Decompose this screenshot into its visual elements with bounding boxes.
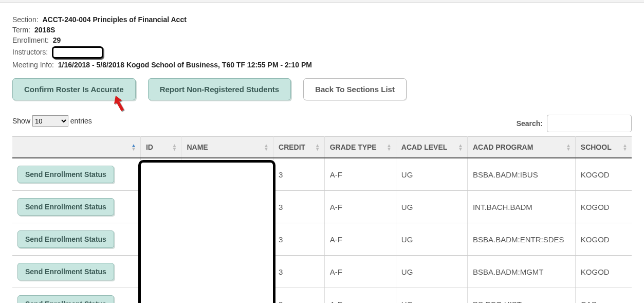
- cell-program: BSBA.BADM:MGMT: [467, 256, 575, 288]
- col-header-grade[interactable]: GRADE TYPE ▲▼: [324, 137, 396, 158]
- cell-grade: A-F: [324, 158, 396, 191]
- table-row: Send Enrollment Status3A-FUGBSBA.BADM:IB…: [12, 158, 632, 191]
- enrollment-line: Enrollment: 29: [12, 36, 632, 44]
- term-value: 2018S: [34, 26, 55, 34]
- send-enrollment-status-button[interactable]: Send Enrollment Status: [17, 198, 114, 216]
- cell-credit: 3: [273, 223, 325, 256]
- cell-school: KOGOD: [575, 223, 632, 256]
- enrollment-value: 29: [53, 36, 61, 44]
- col-header-name[interactable]: NAME ▲▼: [181, 137, 273, 158]
- search-input[interactable]: [547, 115, 632, 132]
- cell-school: KOGOD: [575, 158, 632, 191]
- col-header-school[interactable]: SCHOOL ▲▼: [575, 137, 632, 158]
- col-header-action[interactable]: ▲▼: [12, 137, 140, 158]
- cell-school: KOGOD: [575, 256, 632, 288]
- section-value: ACCT-240-004 Principles of Financial Acc…: [42, 15, 186, 24]
- term-line: Term: 2018S: [12, 26, 632, 34]
- instructors-line: Instructors:: [12, 46, 632, 59]
- term-label: Term:: [12, 26, 30, 34]
- cell-program: BSBA.BADM:ENTR:SDES: [467, 223, 575, 256]
- cell-grade: A-F: [324, 191, 396, 223]
- report-non-registered-button[interactable]: Report Non-Registered Students: [148, 78, 291, 100]
- cell-level: UG: [396, 223, 467, 256]
- back-to-sections-button[interactable]: Back To Sections List: [303, 78, 407, 100]
- cell-level: UG: [396, 256, 467, 288]
- cell-program: BS.ECO.HIST: [467, 288, 575, 304]
- cell-program: INT.BACH.BADM: [467, 191, 575, 223]
- table-row: Send Enrollment Status3A-FUGBSBA.BADM:MG…: [12, 256, 632, 288]
- section-line: Section: ACCT-240-004 Principles of Fina…: [12, 15, 632, 24]
- section-label: Section:: [12, 15, 39, 24]
- instructors-redacted: [52, 46, 103, 59]
- col-header-credit[interactable]: CREDIT ▲▼: [273, 137, 325, 158]
- cell-level: UG: [396, 191, 467, 223]
- instructors-label: Instructors:: [12, 48, 48, 56]
- cell-level: UG: [396, 288, 467, 304]
- col-header-program[interactable]: ACAD PROGRAM ▲▼: [467, 137, 575, 158]
- cell-credit: 3: [273, 191, 325, 223]
- show-label-pre: Show: [12, 117, 30, 125]
- enrollment-label: Enrollment:: [12, 36, 49, 44]
- meeting-value: 1/16/2018 - 5/8/2018 Kogod School of Bus…: [58, 61, 312, 69]
- cell-level: UG: [396, 158, 467, 191]
- cell-school: KOGOD: [575, 191, 632, 223]
- cell-credit: 3: [273, 256, 325, 288]
- search-label: Search:: [517, 119, 543, 128]
- cell-grade: A-F: [324, 288, 396, 304]
- col-header-id[interactable]: ID ▲▼: [140, 137, 181, 158]
- cell-school: CAS: [575, 288, 632, 304]
- send-enrollment-status-button[interactable]: Send Enrollment Status: [17, 263, 114, 280]
- table-row: Send Enrollment Status3A-FUGBS.ECO.HISTC…: [12, 288, 632, 304]
- send-enrollment-status-button[interactable]: Send Enrollment Status: [17, 295, 114, 303]
- cell-grade: A-F: [324, 223, 396, 256]
- entries-select[interactable]: 10: [32, 115, 68, 127]
- cell-grade: A-F: [324, 256, 396, 288]
- id-name-redaction-box: [138, 160, 275, 303]
- cell-program: BSBA.BADM:IBUS: [467, 158, 575, 191]
- table-row: Send Enrollment Status3A-FUGBSBA.BADM:EN…: [12, 223, 632, 256]
- show-entries-control: Show 10 entries: [12, 115, 92, 127]
- col-header-level[interactable]: ACAD LEVEL ▲▼: [396, 137, 467, 158]
- table-row: Send Enrollment Status3A-FUGINT.BACH.BAD…: [12, 191, 632, 223]
- roster-table: ▲▼ ID ▲▼ NAME ▲▼ CREDIT ▲▼ G: [12, 136, 632, 303]
- send-enrollment-status-button[interactable]: Send Enrollment Status: [17, 230, 114, 248]
- meeting-label: Meeting Info:: [12, 61, 54, 69]
- show-label-post: entries: [70, 117, 92, 125]
- meeting-line: Meeting Info: 1/16/2018 - 5/8/2018 Kogod…: [12, 61, 632, 69]
- cell-credit: 3: [273, 288, 325, 304]
- cell-credit: 3: [273, 158, 325, 191]
- confirm-roster-button[interactable]: Confirm Roster Is Accurate: [12, 78, 136, 100]
- send-enrollment-status-button[interactable]: Send Enrollment Status: [17, 166, 114, 183]
